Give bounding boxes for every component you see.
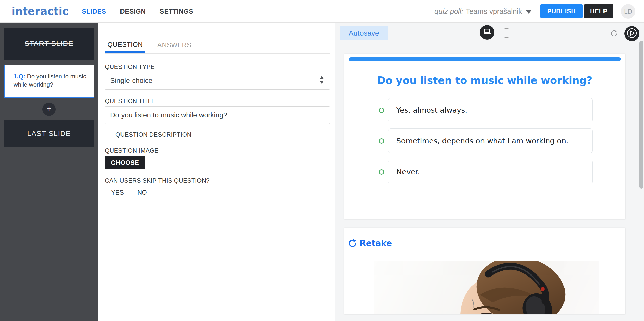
answer-option-row: Sometimes, depends on what I am working … [379, 128, 618, 153]
question-description-checkbox[interactable] [105, 131, 112, 138]
project-switcher[interactable]: quiz poll: Teams vprašalnik [434, 0, 531, 23]
header-divider [66, 0, 66, 23]
play-icon [626, 28, 637, 40]
radio-circle-icon[interactable] [379, 138, 384, 144]
help-button[interactable]: HELP [584, 4, 613, 18]
answer-option-2[interactable]: Sometimes, depends on what I am working … [388, 128, 593, 153]
progress-bar [349, 57, 621, 61]
vertical-scrollbar-thumb[interactable] [639, 41, 643, 189]
slide-photo-headphones-woman [374, 261, 599, 314]
editor-tabs: QUESTION ANSWERS [105, 38, 330, 54]
choose-image-button[interactable]: CHOOSE [105, 156, 145, 169]
answer-option-3[interactable]: Never. [388, 160, 593, 184]
slide-item-1[interactable]: 1.Q: Do you listen to music while workin… [4, 65, 94, 98]
skip-no-button[interactable]: NO [130, 186, 154, 199]
question-title-input[interactable] [105, 106, 330, 124]
play-preview-button[interactable] [624, 26, 639, 41]
skip-question-label: CAN USERS SKIP THIS QUESTION? [105, 177, 210, 184]
add-slide-button[interactable]: + [42, 103, 56, 116]
question-preview-card: Do you listen to music while working? Ye… [344, 54, 625, 219]
slide-number: 1.Q: [14, 73, 25, 80]
skip-yes-button[interactable]: YES [105, 186, 130, 199]
retake-link[interactable]: Retake [348, 238, 392, 248]
nav-settings[interactable]: SETTINGS [160, 8, 193, 15]
publish-button[interactable]: PUBLISH [540, 4, 583, 18]
project-type-label: quiz poll: [434, 7, 463, 16]
select-stepper-icon [319, 76, 325, 86]
question-type-select[interactable]: Single-choice [105, 72, 330, 90]
app-logo: interactic [12, 0, 68, 23]
app-window: interactic SLIDES DESIGN SETTINGS quiz p… [0, 0, 644, 321]
refresh-icon [610, 29, 618, 37]
last-slide-preview-card: Retake [344, 228, 625, 314]
start-slide-item[interactable]: START SLIDE [4, 28, 94, 60]
question-title-label: QUESTION TITLE [105, 98, 155, 105]
tab-question[interactable]: QUESTION [105, 38, 145, 53]
laptop-icon [483, 28, 491, 37]
radio-circle-icon[interactable] [379, 108, 384, 113]
avatar[interactable]: LD [621, 4, 635, 19]
mobile-preview-button[interactable] [504, 28, 509, 38]
chevron-down-icon [526, 10, 531, 14]
autosave-badge: Autosave [340, 26, 388, 40]
start-slide-label: START SLIDE [25, 40, 73, 48]
question-description-label: QUESTION DESCRIPTION [115, 131, 191, 138]
desktop-preview-button[interactable] [480, 25, 494, 40]
answer-option-row: Yes, almost always. [379, 98, 618, 122]
preview-question-title: Do you listen to music while working? [344, 75, 625, 86]
last-slide-item[interactable]: LAST SLIDE [4, 120, 94, 147]
question-type-value: Single-choice [110, 77, 152, 85]
nav-slides[interactable]: SLIDES [82, 8, 106, 15]
question-editor-panel: QUESTION ANSWERS QUESTION TYPE Single-ch… [98, 23, 335, 321]
retake-icon [348, 239, 357, 248]
answer-option-1[interactable]: Yes, almost always. [388, 98, 593, 122]
retake-label: Retake [359, 238, 392, 248]
slides-sidebar: START SLIDE 1.Q: Do you listen to music … [0, 23, 98, 321]
tab-answers[interactable]: ANSWERS [150, 38, 198, 53]
question-type-label: QUESTION TYPE [105, 63, 155, 70]
main-nav: SLIDES DESIGN SETTINGS [82, 0, 193, 23]
refresh-preview-button[interactable] [610, 29, 618, 37]
last-slide-label: LAST SLIDE [27, 130, 71, 138]
nav-design[interactable]: DESIGN [120, 8, 146, 15]
question-description-row[interactable]: QUESTION DESCRIPTION [105, 131, 191, 139]
project-name: Teams vprašalnik [466, 7, 522, 16]
skip-toggle-group: YES NO [105, 186, 154, 199]
top-bar: interactic SLIDES DESIGN SETTINGS quiz p… [0, 0, 644, 23]
live-preview-panel: Autosave [335, 23, 644, 321]
answer-option-row: Never. [379, 160, 618, 184]
question-image-label: QUESTION IMAGE [105, 147, 159, 154]
radio-circle-icon[interactable] [379, 169, 384, 175]
